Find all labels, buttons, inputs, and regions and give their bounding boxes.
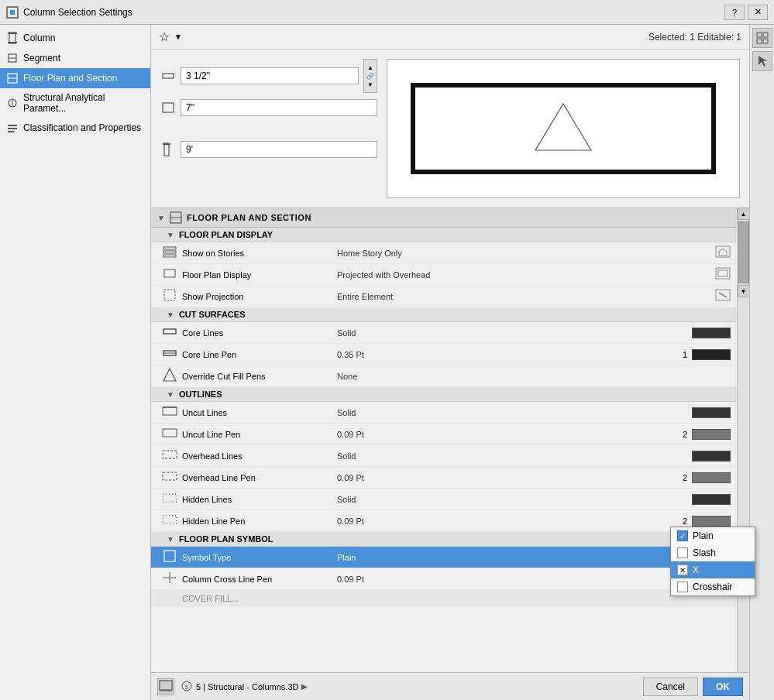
scroll-up-button[interactable]: ▲ — [738, 208, 750, 220]
rt-grid-button[interactable] — [752, 28, 772, 48]
uncut-pen-icon — [161, 425, 178, 443]
vertical-scrollbar[interactable]: ▲ ▼ — [737, 208, 749, 672]
svg-rect-41 — [163, 516, 177, 523]
prop-name-show-on-stories: Show on Stories — [182, 249, 337, 258]
ctx-crosshair-label: Crosshair — [693, 582, 732, 592]
ctx-slash[interactable]: Slash — [671, 544, 755, 561]
subsection-collapse-2: ▼ — [167, 311, 174, 319]
col-cross-icon — [161, 570, 178, 588]
ctx-slash-label: Slash — [693, 547, 716, 558]
prop-value-show-on-stories: Home Story Only — [337, 249, 715, 258]
core-lines-swatch — [692, 328, 731, 338]
core-lines-indent — [157, 324, 182, 341]
prop-row-uncut-pen[interactable]: Uncut Line Pen 0.09 Pt 2 — [151, 424, 737, 445]
sidebar-item-structural[interactable]: Structural Analytical Paramet... — [0, 88, 150, 118]
overhead-pen-swatch — [692, 472, 731, 483]
footer: 5 5 | Structural - Columns.3D ▶ Cancel O… — [151, 672, 749, 700]
prop-row-overhead-pen[interactable]: Overhead Line Pen 0.09 Pt 2 — [151, 467, 737, 489]
prop-name-overhead-pen: Overhead Line Pen — [182, 473, 337, 482]
prop-row-core-line-pen[interactable]: Core Line Pen 0.35 Pt 1 — [151, 344, 737, 365]
sidebar-item-classification[interactable]: Classification and Properties — [0, 118, 150, 138]
subsection-outlines[interactable]: ▼ OUTLINES — [151, 387, 737, 402]
ctx-plain[interactable]: ✓ Plain — [671, 527, 755, 544]
subsection-label-1: FLOOR PLAN DISPLAY — [179, 230, 273, 239]
uncut-pen-indent — [157, 425, 182, 443]
prop-name-show-proj: Show Projection — [182, 292, 337, 301]
help-button[interactable]: ? — [724, 5, 745, 20]
hidden-lines-icon — [161, 490, 178, 508]
view-icon[interactable] — [157, 678, 174, 695]
prop-name-core-pen: Core Line Pen — [182, 350, 337, 359]
prop-name-overhead: Overhead Lines — [182, 451, 337, 461]
subsection-label-4: FLOOR PLAN SYMBOL — [179, 534, 273, 544]
svg-line-30 — [719, 293, 727, 297]
section-header-floor-plan[interactable]: ▼ FLOOR PLAN AND SECTION — [151, 208, 737, 228]
props-wrapper: ▼ FLOOR PLAN AND SECTION ▼ FLOOR PLAN DI… — [151, 208, 749, 672]
ctx-crosshair[interactable]: Crosshair — [671, 578, 755, 595]
svg-rect-42 — [164, 551, 175, 561]
svg-rect-14 — [163, 74, 174, 78]
uncut-lines-icon — [161, 403, 178, 421]
prop-row-show-projection[interactable]: Show Projection Entire Element — [151, 286, 737, 307]
prop-name-col-cross-pen: Column Cross Line Pen — [182, 575, 337, 584]
hidden-pen-swatch — [692, 516, 731, 527]
structural-icon — [6, 97, 19, 109]
dimension-lock[interactable]: ▲ 🔗 ▼ — [363, 59, 377, 93]
ctx-x[interactable]: ✕ X — [671, 561, 755, 578]
sidebar-item-floor-plan[interactable]: Floor Plan and Section — [0, 68, 150, 88]
prop-value-overhead-pen: 0.09 Pt — [337, 473, 656, 482]
depth-input[interactable] — [181, 99, 377, 116]
hidden-pen-indent — [157, 512, 182, 530]
prop-row-floor-plan-display[interactable]: Floor Plan Display Projected with Overhe… — [151, 264, 737, 286]
width-input[interactable] — [181, 67, 359, 84]
cancel-button[interactable]: Cancel — [643, 678, 698, 696]
prop-value-uncut-pen: 0.09 Pt — [337, 430, 656, 439]
prop-row-symbol-type[interactable]: Symbol Type Plain — [151, 547, 737, 568]
svg-rect-3 — [8, 33, 17, 34]
prop-row-cover-fill[interactable]: COVER FILL... — [151, 590, 737, 607]
footer-arrow[interactable]: ▶ — [301, 682, 308, 691]
sidebar-item-column[interactable]: Column — [0, 28, 150, 48]
row-indent — [157, 244, 182, 262]
overhead-pen-indent — [157, 468, 182, 486]
svg-rect-1 — [10, 10, 15, 15]
subsection-collapse-3: ▼ — [167, 390, 174, 399]
segment-icon — [6, 52, 19, 64]
show-on-stories-action-icon — [715, 245, 731, 260]
prop-row-col-cross-pen[interactable]: Column Cross Line Pen 0.09 Pt 6 — [151, 568, 737, 590]
prop-row-core-lines[interactable]: Core Lines Solid — [151, 322, 737, 344]
prop-name-uncut-lines: Uncut Lines — [182, 408, 337, 417]
input-row-1: ▲ 🔗 ▼ — [160, 59, 377, 93]
prop-name-uncut-pen: Uncut Line Pen — [182, 430, 337, 439]
prop-row-override-cut[interactable]: Override Cut Fill Pens None — [151, 365, 737, 387]
ok-button[interactable]: OK — [703, 678, 743, 696]
height-input[interactable] — [181, 141, 377, 158]
hidden-pen-number: 2 — [656, 516, 687, 526]
svg-text:5: 5 — [185, 684, 189, 691]
selected-info: Selected: 1 Editable: 1 — [648, 32, 741, 43]
scroll-thumb[interactable] — [738, 221, 749, 283]
scroll-down-button[interactable]: ▼ — [738, 285, 750, 297]
favorite-star[interactable]: ☆ — [159, 29, 170, 44]
rt-cursor-button[interactable] — [752, 51, 772, 71]
prop-value-hidden-pen: 0.09 Pt — [337, 516, 656, 526]
prop-row-uncut-lines[interactable]: Uncut Lines Solid — [151, 402, 737, 424]
subsection-floor-plan-display[interactable]: ▼ FLOOR PLAN DISPLAY — [151, 228, 737, 242]
width-icon — [160, 68, 176, 84]
upper-area: ▲ 🔗 ▼ — [151, 50, 749, 208]
height-icon — [160, 142, 176, 157]
favorite-arrow[interactable]: ▼ — [174, 33, 182, 41]
subsection-cut-surfaces[interactable]: ▼ CUT SURFACES — [151, 307, 737, 322]
window-title: Column Selection Settings — [23, 7, 724, 18]
prop-row-show-on-stories[interactable]: Show on Stories Home Story Only — [151, 242, 737, 264]
prop-row-hidden-lines[interactable]: Hidden Lines Solid — [151, 489, 737, 510]
hidden-lines-indent — [157, 490, 182, 508]
core-pen-indent — [157, 345, 182, 363]
subsection-label-2: CUT SURFACES — [179, 310, 246, 319]
close-button[interactable]: ✕ — [748, 5, 768, 20]
prop-row-overhead-lines[interactable]: Overhead Lines Solid — [151, 445, 737, 467]
prop-row-hidden-pen[interactable]: Hidden Line Pen 0.09 Pt 2 — [151, 510, 737, 532]
svg-rect-51 — [757, 33, 762, 37]
subsection-fps[interactable]: ▼ FLOOR PLAN SYMBOL — [151, 532, 737, 547]
sidebar-item-segment[interactable]: Segment — [0, 48, 150, 68]
